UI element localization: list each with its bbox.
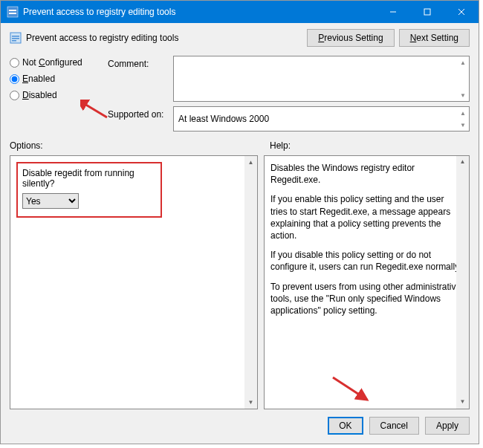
- page-title: Prevent access to registry editing tools: [26, 33, 178, 43]
- scrollbar[interactable]: ▲ ▼: [456, 156, 469, 409]
- chevron-up-icon[interactable]: ▲: [458, 57, 468, 68]
- radio-enabled[interactable]: Enabled: [10, 74, 99, 84]
- chevron-down-icon[interactable]: ▼: [244, 396, 257, 409]
- options-panel: Disable regedit from running silently? Y…: [10, 155, 258, 409]
- svg-rect-4: [424, 9, 430, 15]
- help-text: If you disable this policy setting or do…: [270, 249, 463, 273]
- chevron-up-icon[interactable]: ▲: [244, 156, 257, 169]
- svg-line-7: [85, 104, 107, 117]
- svg-rect-2: [9, 13, 16, 14]
- scrollbar[interactable]: ▲ ▼: [458, 57, 468, 100]
- titlebar: Prevent access to registry editing tools: [1, 1, 479, 23]
- policy-icon: [10, 32, 22, 44]
- window-title: Prevent access to registry editing tools: [23, 7, 175, 17]
- scrollbar[interactable]: ▲ ▼: [244, 156, 257, 409]
- radio-not-configured[interactable]: Not Configured: [10, 57, 99, 68]
- options-label: Options:: [10, 140, 258, 151]
- help-text: If you enable this policy setting and th…: [270, 193, 463, 241]
- annotation-arrow-icon: [330, 374, 375, 407]
- help-panel: Disables the Windows registry editor Reg…: [264, 155, 470, 409]
- help-label: Help:: [270, 140, 470, 151]
- help-text: Disables the Windows registry editor Reg…: [270, 162, 463, 186]
- supported-value: At least Windows 2000: [174, 114, 269, 124]
- options-question: Disable regedit from running silently?: [22, 168, 156, 189]
- radio-disabled[interactable]: Disabled: [10, 90, 99, 100]
- annotation-highlight-box: Disable regedit from running silently? Y…: [16, 162, 162, 218]
- svg-line-12: [333, 377, 367, 400]
- scrollbar[interactable]: ▲ ▼: [458, 108, 468, 130]
- apply-button[interactable]: Apply: [425, 417, 470, 435]
- close-button[interactable]: [444, 1, 479, 23]
- svg-rect-0: [7, 7, 18, 17]
- minimize-button[interactable]: [376, 1, 410, 23]
- maximize-button[interactable]: [410, 1, 444, 23]
- cancel-button[interactable]: Cancel: [369, 417, 419, 435]
- chevron-up-icon[interactable]: ▲: [458, 108, 468, 118]
- comment-label: Comment:: [108, 56, 167, 69]
- policy-icon: [7, 6, 19, 18]
- annotation-arrow-icon: [80, 100, 110, 123]
- chevron-up-icon[interactable]: ▲: [456, 156, 469, 169]
- chevron-down-icon[interactable]: ▼: [456, 396, 469, 409]
- chevron-down-icon[interactable]: ▼: [458, 90, 468, 100]
- ok-button[interactable]: OK: [328, 417, 363, 435]
- supported-on-box: At least Windows 2000 ▲ ▼: [173, 106, 470, 132]
- svg-rect-10: [12, 38, 19, 39]
- comment-textarea[interactable]: ▲ ▼: [173, 56, 470, 102]
- svg-rect-11: [12, 40, 16, 42]
- regedit-silent-select[interactable]: Yes: [22, 193, 79, 209]
- svg-rect-1: [9, 10, 16, 11]
- supported-label: Supported on:: [108, 106, 167, 120]
- next-setting-button[interactable]: Next Setting: [399, 29, 470, 47]
- chevron-down-icon[interactable]: ▼: [458, 120, 468, 130]
- svg-rect-9: [12, 36, 19, 37]
- help-text: To prevent users from using other admini…: [270, 281, 463, 317]
- previous-setting-button[interactable]: Previous Setting: [307, 29, 394, 47]
